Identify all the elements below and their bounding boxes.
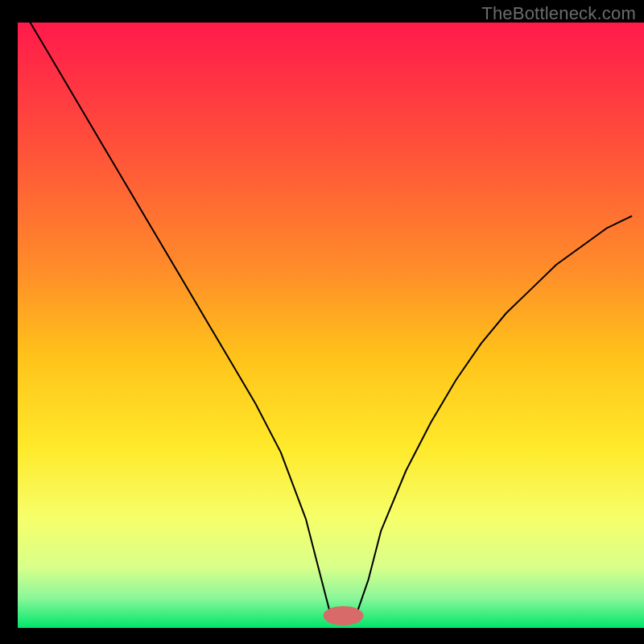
watermark-text: TheBottleneck.com [481, 3, 636, 24]
bottleneck-chart: TheBottleneck.com [0, 0, 644, 644]
bottleneck-marker [324, 606, 364, 625]
chart-plot-area [18, 23, 644, 628]
chart-svg [0, 0, 644, 644]
